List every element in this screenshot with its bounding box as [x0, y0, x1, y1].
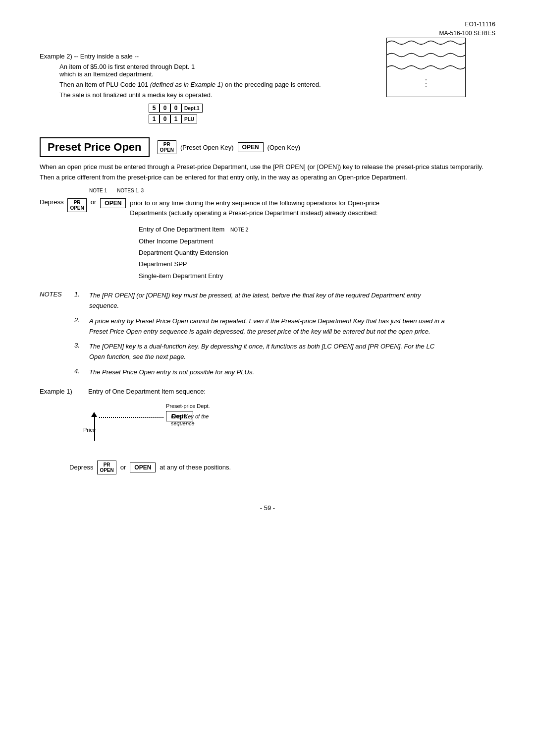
op-3: Department Quantity Extension	[139, 247, 495, 258]
example1-diagram: Preset-price Dept. Dept. Price Final Key…	[69, 403, 307, 458]
op-4: Department SPP	[139, 258, 495, 270]
open-key-title: OPEN	[238, 142, 264, 152]
op-1: Entry of One Department Item NOTE 2	[139, 224, 495, 235]
example1-heading-row: Example 1) Entry of One Department Item …	[40, 388, 495, 395]
notes-label: NOTES	[40, 291, 74, 298]
key-1b: 1	[170, 115, 181, 123]
preset-price-open-title: Preset Price Open	[40, 137, 150, 157]
preset-dept-label: Preset-price Dept.	[166, 403, 210, 409]
preset-price-open-section: Preset Price Open PR OPEN (Preset Open K…	[40, 137, 495, 157]
key-plu: PLU	[181, 115, 197, 123]
arrow-up-icon	[91, 412, 97, 417]
key-0a: 0	[160, 104, 170, 113]
open-key-depress: OPEN	[100, 198, 126, 208]
note-content-1: The [PR OPEN] (or [OPEN]) key must be pr…	[89, 291, 446, 311]
key-1: 1	[149, 115, 160, 123]
example2-section: ⋮ Example 2) -- Entry inside a sale -- A…	[40, 53, 495, 125]
operations-list: Entry of One Department Item NOTE 2 Othe…	[139, 224, 495, 282]
pr-open-key-ex1: PR OPEN	[97, 461, 116, 474]
depress-row: Depress PR OPEN or OPEN prior to or any …	[40, 198, 495, 219]
note-content-4: The Preset Price Open entry is not possi…	[89, 367, 254, 378]
header-line1: EO1-11116	[40, 20, 495, 29]
key-0c: 0	[160, 115, 170, 123]
or-label: or	[91, 198, 97, 206]
example1-label: Example 1)	[40, 388, 84, 395]
note-labels-row: NOTE 1 NOTES 1, 3	[89, 188, 495, 193]
depress-text: prior to or any time during the entry se…	[130, 198, 387, 219]
keypad-area: 5 0 0 Dept.1 1 0 1 PLU	[149, 104, 495, 123]
pr-open-key: PR OPEN	[158, 140, 176, 154]
preset-price-open-body: When an open price must be entered throu…	[40, 162, 495, 183]
price-label: Price	[83, 427, 96, 433]
page-header: EO1-11116 MA-516-100 SERIES	[40, 20, 495, 38]
note-item-3: 3. The [OPEN] key is a dual-function key…	[40, 342, 495, 362]
keypad-row-1: 5 0 0 Dept.1	[149, 104, 495, 113]
receipt-dots: ⋮	[387, 77, 465, 88]
example1-depress-row: Depress PR OPEN or OPEN at any of these …	[69, 461, 495, 474]
final-key-label: Final Key of thesequence	[171, 413, 209, 427]
depress-label: Depress	[40, 198, 63, 206]
note-num-2: 2.	[74, 316, 89, 324]
note1-label: NOTE 1	[89, 188, 107, 193]
page-number: - 59 -	[40, 504, 495, 512]
note2-label: NOTE 2	[230, 227, 248, 233]
keypad-row-2: 1 0 1 PLU	[149, 115, 495, 123]
note-content-3: The [OPEN] key is a dual-function key. B…	[89, 342, 446, 362]
notes-section: NOTES 1. The [PR OPEN] (or [OPEN]) key m…	[40, 291, 495, 378]
wavy-line-1	[387, 38, 465, 47]
note-item-2: 2. A price entry by Preset Price Open ca…	[40, 316, 495, 337]
key-dept1: Dept.1	[181, 104, 203, 113]
note-item-1: NOTES 1. The [PR OPEN] (or [OPEN]) key m…	[40, 291, 495, 311]
note-num-4: 4.	[74, 367, 89, 375]
op-5: Single-item Department Entry	[139, 270, 495, 282]
key-5: 5	[149, 104, 160, 113]
example1-description: Entry of One Department Item sequence:	[88, 388, 206, 395]
wavy-line-3	[387, 63, 465, 72]
notes13-label: NOTES 1, 3	[117, 188, 144, 193]
op-2: Other Income Department	[139, 235, 495, 247]
receipt-diagram: ⋮	[386, 38, 466, 97]
note-content-2: A price entry by Preset Price Open canno…	[89, 316, 446, 337]
or-label-ex1: or	[120, 464, 126, 471]
wavy-line-2	[387, 51, 465, 59]
positions-text: at any of these positions.	[160, 464, 231, 471]
example1-section: Example 1) Entry of One Department Item …	[40, 388, 495, 474]
title-row: Preset Price Open PR OPEN (Preset Open K…	[40, 137, 495, 157]
note-num-1: 1.	[74, 291, 89, 298]
pr-open-key-depress: PR OPEN	[67, 198, 86, 212]
header-line2: MA-516-100 SERIES	[40, 29, 495, 38]
note-item-4: 4. The Preset Price Open entry is not po…	[40, 367, 495, 378]
key-0b: 0	[170, 104, 181, 113]
dotted-line	[99, 417, 163, 418]
note-num-3: 3.	[74, 342, 89, 349]
depress-label-ex1: Depress	[69, 464, 93, 471]
open-key-ex1: OPEN	[130, 463, 156, 472]
